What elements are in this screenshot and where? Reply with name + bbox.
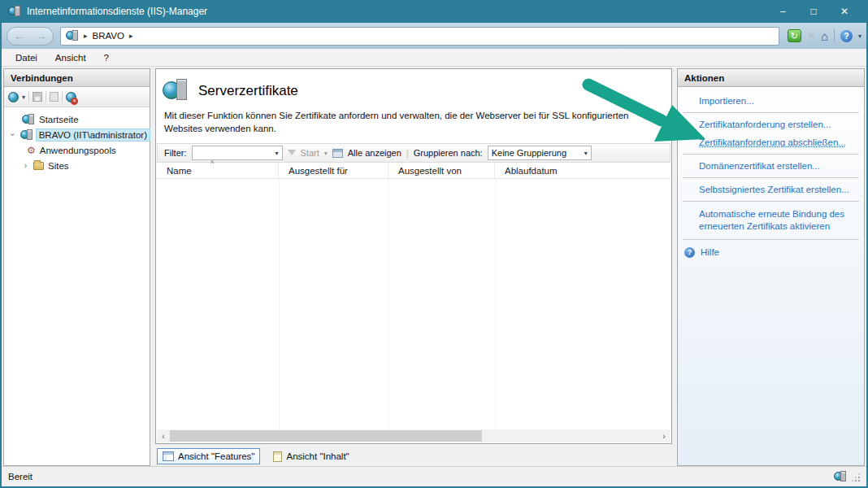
actions-divider — [683, 201, 859, 202]
column-header-ausgestellt-fuer[interactable]: Ausgestellt für — [279, 163, 388, 178]
menu-datei[interactable]: Datei — [7, 53, 46, 63]
column-grid-line — [495, 179, 496, 429]
toolbar-divider — [28, 91, 29, 102]
server-icon — [66, 30, 79, 41]
minimize-button[interactable]: – — [767, 6, 798, 17]
action-importieren[interactable]: Importieren... — [681, 92, 861, 110]
help-dropdown-caret-icon[interactable]: ▾ — [858, 33, 861, 40]
toolbar-divider: | — [406, 148, 409, 158]
iis-manager-window: Internetinformationsdienste (IIS)-Manage… — [0, 0, 868, 488]
create-connection-icon[interactable] — [8, 92, 19, 102]
scroll-right-icon[interactable]: › — [658, 432, 671, 441]
filter-input[interactable]: ▾ — [192, 146, 283, 160]
home-icon[interactable]: ⌂ — [821, 30, 828, 42]
tree-item-sites[interactable]: › Sites — [4, 158, 150, 173]
center-column: Serverzertifikate Mit dieser Funktion kö… — [155, 68, 672, 466]
resize-grip[interactable] — [850, 472, 860, 481]
tab-content-view[interactable]: Ansicht "Inhalt" — [268, 449, 354, 464]
column-header-name[interactable]: Name — [157, 163, 279, 178]
remove-connection-icon[interactable] — [66, 92, 76, 102]
action-selbstsigniertes-zertifikat[interactable]: Selbstsigniertes Zertifikat erstellen... — [681, 181, 861, 198]
horizontal-scrollbar[interactable]: ‹ › — [157, 429, 671, 442]
group-by-value: Keine Gruppierung — [492, 148, 566, 158]
stop-icon: ✕ — [807, 30, 815, 41]
action-domaenenzertifikat-erstellen[interactable]: Domänenzertifikat erstellen... — [681, 157, 861, 175]
combo-caret-icon[interactable]: ▾ — [275, 150, 278, 157]
actions-divider — [683, 154, 859, 155]
actions-divider — [683, 112, 859, 113]
up-level-icon — [50, 92, 59, 102]
breadcrumb-server[interactable]: BRAVO — [93, 31, 124, 41]
show-all-icon — [332, 149, 343, 158]
breadcrumb-separator-icon: ▸ — [129, 32, 133, 40]
connections-toolbar: ▾ — [4, 87, 150, 107]
sort-ascending-icon: ^ — [210, 159, 214, 168]
tree-item-label: Sites — [48, 161, 69, 171]
scroll-left-icon[interactable]: ‹ — [157, 432, 170, 441]
tree-item-server[interactable]: › BRAVO (IIT\administrator) — [4, 127, 150, 142]
forward-icon[interactable]: → — [37, 31, 47, 41]
tab-label: Ansicht "Features" — [178, 451, 254, 461]
close-button[interactable]: ✕ — [829, 6, 860, 17]
address-row: ← → ▸ BRAVO ▸ ↻ ✕ ⌂ ? ▾ — [2, 23, 866, 49]
feature-title-row: Serverzertifikate — [156, 69, 671, 108]
menu-ansicht[interactable]: Ansicht — [46, 53, 95, 63]
certificates-list-empty[interactable] — [157, 179, 671, 429]
back-icon[interactable]: ← — [14, 31, 24, 41]
filter-funnel-icon — [288, 150, 296, 155]
group-by-select[interactable]: Keine Gruppierung ▾ — [488, 146, 592, 160]
show-all-button[interactable]: Alle anzeigen — [348, 148, 401, 158]
help-label: Hilfe — [701, 247, 719, 257]
scrollbar-thumb[interactable] — [170, 430, 482, 442]
tree-item-label: Startseite — [39, 115, 79, 124]
combo-caret-icon[interactable]: ▾ — [584, 150, 588, 157]
action-hilfe[interactable]: ? Hilfe — [681, 242, 861, 262]
content-view-icon — [273, 451, 282, 462]
actions-divider — [683, 177, 859, 178]
column-grid-line — [388, 179, 389, 429]
tree-item-startseite[interactable]: Startseite — [4, 111, 150, 127]
statusbar-iis-icon — [834, 471, 847, 482]
action-zertifikatanforderung-erstellen[interactable]: Zertifikatanforderung erstellen... — [681, 115, 861, 133]
connections-tree: Startseite › BRAVO (IIT\administrator) ⚙… — [4, 107, 150, 465]
group-by-label: Gruppieren nach: — [414, 148, 483, 158]
statusbar: Bereit — [2, 466, 866, 486]
tree-item-label: BRAVO (IIT\administrator) — [37, 129, 150, 141]
collapse-icon[interactable]: › — [8, 131, 17, 138]
view-tabs: Ansicht "Features" Ansicht "Inhalt" — [155, 444, 672, 466]
server-node-icon — [20, 129, 33, 141]
certificates-table-header: ^ Name Ausgestellt für Ausgestellt von A… — [157, 163, 671, 179]
column-header-ausgestellt-von[interactable]: Ausgestellt von — [388, 163, 495, 178]
actions-header: Aktionen — [678, 69, 864, 87]
content-area: Verbindungen ▾ Startseite › B — [2, 67, 866, 466]
feature-title: Serverzertifikate — [198, 83, 298, 99]
maximize-button[interactable]: □ — [798, 6, 829, 17]
restart-icon[interactable]: ↻ — [788, 29, 801, 42]
action-zertifikatanforderung-abschliessen[interactable]: Zertifikatanforderung abschließen... — [681, 133, 861, 151]
server-certificates-panel: Serverzertifikate Mit dieser Funktion kö… — [155, 68, 672, 444]
breadcrumb-separator-icon: ▸ — [84, 32, 88, 40]
connections-header: Verbindungen — [4, 69, 150, 87]
filter-toolbar: Filter: ▾ Start ▾ Alle anzeigen | Gruppi… — [157, 143, 671, 163]
toolbar-divider — [834, 29, 835, 42]
create-connection-caret-icon[interactable]: ▾ — [22, 94, 25, 101]
tree-item-label: Anwendungspools — [40, 146, 116, 155]
address-breadcrumb-bar[interactable]: ▸ BRAVO ▸ — [60, 27, 779, 46]
filter-label: Filter: — [164, 148, 187, 158]
tree-item-anwendungspools[interactable]: ⚙ Anwendungspools — [4, 142, 150, 158]
filter-start-button: Start — [301, 148, 319, 158]
tab-features-view[interactable]: Ansicht "Features" — [157, 448, 260, 464]
tab-label: Ansicht "Inhalt" — [286, 451, 349, 461]
actions-panel: Aktionen Importieren... Zertifikatanford… — [677, 68, 865, 466]
scrollbar-track[interactable] — [170, 429, 658, 442]
toolbar-divider — [62, 91, 63, 102]
column-header-ablaufdatum[interactable]: Ablaufdatum — [495, 163, 671, 178]
help-icon: ? — [684, 247, 695, 258]
action-automatische-bindung[interactable]: Automatische erneute Bindung des erneuer… — [681, 204, 850, 237]
expand-icon[interactable]: › — [22, 161, 29, 170]
menubar: Datei Ansicht ? — [2, 49, 866, 67]
app-icon — [8, 6, 21, 17]
menu-help[interactable]: ? — [95, 53, 118, 63]
help-icon[interactable]: ? — [840, 30, 853, 42]
status-text: Bereit — [8, 472, 33, 481]
